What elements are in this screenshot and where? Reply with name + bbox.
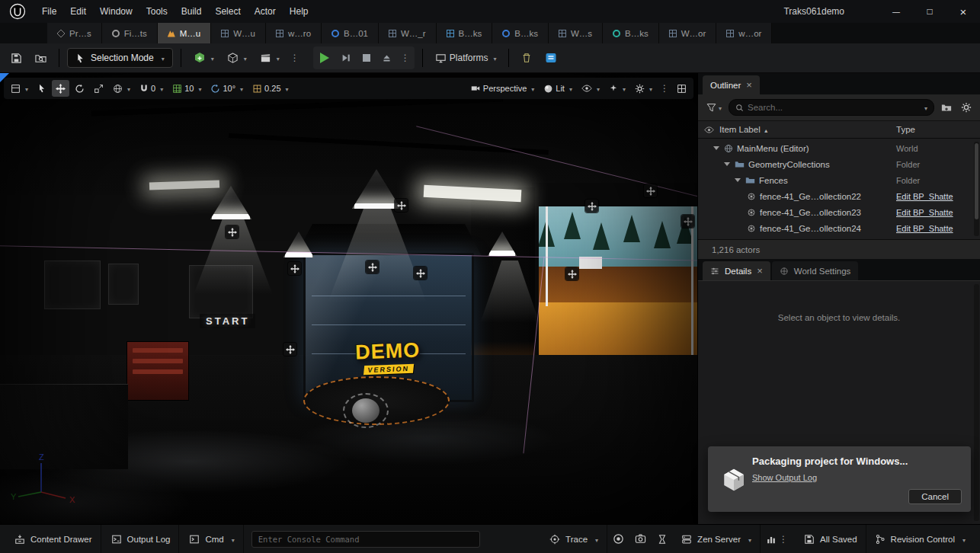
expand-caret-icon[interactable]: [724, 162, 730, 166]
more-options-icon[interactable]: [288, 53, 302, 63]
grid-snap-dropdown[interactable]: 10: [168, 80, 205, 97]
select-tool[interactable]: [34, 80, 50, 97]
content-drawer-button[interactable]: Content Drawer: [6, 525, 101, 553]
viewport-options-dropdown[interactable]: [7, 80, 32, 97]
rotate-tool[interactable]: [71, 80, 88, 97]
cmd-dropdown[interactable]: Cmd: [181, 525, 243, 553]
outliner-row-folder[interactable]: Fences Folder: [698, 172, 980, 188]
play-options-icon[interactable]: [399, 53, 412, 63]
rotation-snap-dropdown[interactable]: 10°: [207, 80, 247, 97]
outliner-filter-button[interactable]: [704, 100, 724, 115]
move-gizmo[interactable]: [288, 262, 301, 275]
visibility-column-eye-icon[interactable]: [698, 125, 719, 135]
revision-control-dropdown[interactable]: Revision Control: [866, 525, 974, 553]
show-flags-dropdown[interactable]: [578, 80, 604, 97]
edit-blueprint-link[interactable]: Edit BP_Shatte: [896, 224, 953, 233]
menu-file[interactable]: File: [35, 4, 63, 19]
scale-snap-dropdown[interactable]: 0.25: [248, 80, 292, 97]
unreal-engine-logo-icon[interactable]: [0, 3, 35, 20]
move-gizmo[interactable]: [366, 261, 379, 273]
outliner-row-actor[interactable]: fence-41_Ge…ollection22 Edit BP_Shatte: [698, 188, 980, 204]
menu-help[interactable]: Help: [283, 4, 315, 19]
level-viewport[interactable]: START DEMO VERSION: [0, 73, 697, 524]
close-icon[interactable]: [946, 0, 980, 23]
column-type[interactable]: Type: [896, 125, 915, 134]
coordinate-system-dropdown[interactable]: [109, 80, 134, 97]
quad-view-icon[interactable]: [673, 80, 690, 97]
asset-tab-9[interactable]: W…s: [549, 23, 603, 43]
move-gizmo[interactable]: [585, 200, 598, 213]
move-gizmo[interactable]: [681, 215, 694, 228]
play-button[interactable]: [315, 47, 334, 69]
move-gizmo[interactable]: [414, 267, 427, 280]
asset-tab-1[interactable]: Fi…ts: [102, 23, 158, 43]
details-scrollbar[interactable]: [974, 284, 979, 521]
insights-icon[interactable]: [607, 525, 629, 553]
asset-tab-3[interactable]: W…u: [211, 23, 266, 43]
selection-mode-dropdown[interactable]: Selection Mode: [67, 48, 173, 68]
asset-tab-10[interactable]: B…ks: [603, 23, 659, 43]
menu-actor[interactable]: Actor: [248, 4, 283, 19]
camera-mode-dropdown[interactable]: Perspective: [466, 80, 539, 97]
expand-caret-icon[interactable]: [735, 178, 741, 182]
zen-server-dropdown[interactable]: Zen Server: [673, 525, 761, 553]
skip-button[interactable]: [336, 47, 356, 69]
menu-edit[interactable]: Edit: [63, 4, 93, 19]
move-tool[interactable]: [52, 80, 69, 97]
maximize-icon[interactable]: [913, 0, 946, 23]
output-log-button[interactable]: Output Log: [103, 525, 180, 553]
browse-content-button[interactable]: [30, 47, 51, 69]
outliner-settings-icon[interactable]: [959, 100, 974, 115]
platforms-dropdown[interactable]: Platforms: [431, 47, 501, 69]
minimize-icon[interactable]: [879, 0, 913, 23]
show-output-log-link[interactable]: Show Output Log: [752, 473, 817, 482]
create-folder-icon[interactable]: [939, 100, 954, 115]
expand-caret-icon[interactable]: [713, 146, 719, 150]
move-gizmo[interactable]: [395, 199, 408, 212]
eject-button[interactable]: [377, 47, 396, 69]
stop-button[interactable]: [358, 47, 375, 69]
asset-tab-7[interactable]: B…ks: [437, 23, 493, 43]
asset-tab-0[interactable]: Pr…s: [47, 23, 102, 43]
column-item-label[interactable]: Item Label: [719, 125, 769, 134]
tab-world-settings[interactable]: World Settings: [772, 261, 859, 280]
outliner-scrollbar[interactable]: [974, 142, 979, 236]
edit-blueprint-link[interactable]: Edit BP_Shatte: [896, 208, 953, 217]
move-gizmo[interactable]: [226, 225, 239, 238]
asset-tab-8[interactable]: B…ks: [492, 23, 549, 43]
asset-tab-12[interactable]: w…or: [716, 23, 772, 43]
menu-window[interactable]: Window: [93, 4, 139, 19]
move-gizmo[interactable]: [283, 343, 296, 356]
blue-document-icon[interactable]: [540, 47, 562, 69]
save-button[interactable]: [6, 47, 27, 69]
move-gizmo[interactable]: [644, 184, 657, 197]
screenshot-camera-icon[interactable]: [629, 525, 652, 553]
move-gizmo[interactable]: [565, 267, 578, 280]
cinematics-dropdown[interactable]: [255, 47, 284, 69]
blueprints-dropdown[interactable]: [223, 47, 251, 69]
trash-icon[interactable]: [517, 47, 536, 69]
effects-dropdown[interactable]: [605, 80, 629, 97]
search-input[interactable]: [748, 103, 918, 112]
asset-tab-11[interactable]: W…or: [659, 23, 717, 43]
trace-dropdown[interactable]: Trace: [541, 525, 607, 553]
all-saved-button[interactable]: All Saved: [796, 525, 866, 553]
asset-tab-2-active[interactable]: M…u: [158, 23, 211, 43]
add-actor-dropdown[interactable]: [189, 47, 219, 69]
viewport-more-icon[interactable]: [658, 83, 671, 94]
edit-blueprint-link[interactable]: Edit BP_Shatte: [896, 192, 953, 201]
asset-tab-5[interactable]: B…01: [322, 23, 379, 43]
outliner-search[interactable]: [729, 99, 934, 116]
viewport-settings-dropdown[interactable]: [631, 80, 656, 97]
stats-options-icon[interactable]: [777, 534, 790, 545]
menu-build[interactable]: Build: [175, 4, 209, 19]
outliner-row-actor[interactable]: fence-41_Ge…ollection23 Edit BP_Shatte: [698, 204, 980, 220]
outliner-row-folder[interactable]: GeometryCollections Folder: [698, 156, 980, 172]
close-icon[interactable]: [757, 265, 763, 276]
view-mode-dropdown[interactable]: Lit: [540, 80, 576, 97]
surface-snap-dropdown[interactable]: 0: [136, 80, 167, 97]
cancel-button[interactable]: Cancel: [908, 489, 962, 504]
console-command-input[interactable]: [251, 531, 480, 548]
scale-tool[interactable]: [90, 80, 107, 97]
outliner-row-world[interactable]: MainMenu (Editor) World: [698, 140, 980, 156]
